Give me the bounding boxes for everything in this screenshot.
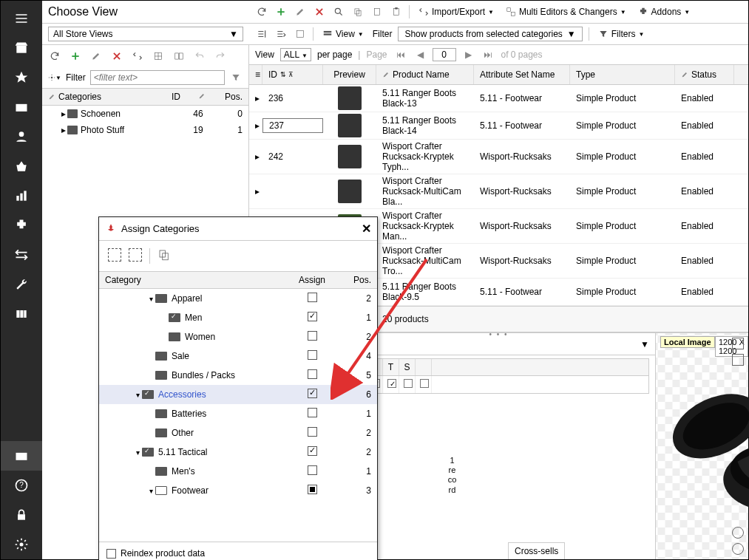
clipboard-icon[interactable] xyxy=(390,5,403,18)
store-icon[interactable] xyxy=(1,33,42,63)
svg-rect-7 xyxy=(20,310,23,318)
dialog-title: Assign Categories xyxy=(121,223,362,234)
assign-category-row[interactable]: Women2 xyxy=(99,327,377,346)
cat-filter-label: Filter xyxy=(66,72,86,83)
page-prev-icon[interactable]: ◀ xyxy=(414,49,427,60)
page-next-icon[interactable]: ▶ xyxy=(462,49,475,60)
view-menu[interactable]: View▼ xyxy=(319,27,367,41)
star-icon[interactable] xyxy=(1,63,42,92)
view-per-page-select[interactable]: ALL ▼ xyxy=(280,48,311,61)
page-number-input[interactable]: 0 xyxy=(433,48,456,61)
grid-header-status[interactable]: Status xyxy=(675,65,734,84)
product-row[interactable]: ▸242Wisport Crafter Rucksack-Kryptek Typ… xyxy=(249,140,748,174)
product-row[interactable]: ▸Wisport Crafter Rucksack-MultiCam Bla..… xyxy=(249,174,748,209)
select-all-icon[interactable] xyxy=(108,248,121,262)
multi-editors-menu[interactable]: Multi Editors & Changers▼ xyxy=(503,5,629,18)
help-icon[interactable]: ? xyxy=(1,471,42,500)
zoom-in-icon[interactable] xyxy=(732,527,744,539)
assign-category-row[interactable]: ▾Accessories6 xyxy=(99,385,377,404)
dialog-close-icon[interactable]: ✕ xyxy=(362,222,371,236)
columns-icon[interactable] xyxy=(1,299,42,329)
category-row[interactable]: ▸Photo Stuff191 xyxy=(42,122,248,138)
img-menu-caret-icon[interactable]: ▼ xyxy=(640,339,649,349)
addons-menu[interactable]: Addons▼ xyxy=(635,5,694,18)
grid-header-attr[interactable]: Attribute Set Name xyxy=(474,65,570,84)
delete-cat-icon[interactable] xyxy=(110,49,123,63)
paste-icon[interactable] xyxy=(370,5,384,18)
archive-icon[interactable] xyxy=(1,441,42,471)
assign-category-row[interactable]: Sale4 xyxy=(99,346,377,366)
wrench-icon[interactable] xyxy=(1,270,42,299)
edit-cat-icon[interactable] xyxy=(89,49,103,63)
grid-header-id[interactable]: ID ⇅ ⊼ xyxy=(262,65,323,84)
filter-select[interactable]: Show products from selected categories▼ xyxy=(398,27,582,41)
assign-category-row[interactable]: Men1 xyxy=(99,308,377,327)
page-title: Choose View xyxy=(48,5,243,18)
crosssells-tab[interactable]: Cross-sells xyxy=(508,542,565,559)
page-first-icon[interactable]: ⏮ xyxy=(393,49,408,60)
product-row[interactable]: ▸2365.11 Ranger Boots Black-135.11 - Foo… xyxy=(249,85,748,112)
basket-icon[interactable] xyxy=(1,151,42,181)
grid-header-preview[interactable]: Preview xyxy=(323,65,376,84)
local-image-label: Local Image xyxy=(660,336,715,348)
storeview-select[interactable]: All Store Views▼ xyxy=(48,27,243,41)
cards-icon[interactable] xyxy=(172,49,186,63)
assign-category-row[interactable]: ▾Apparel2 xyxy=(99,289,377,308)
fullscreen-icon[interactable] xyxy=(732,338,744,349)
category-row[interactable]: ▸Schoenen460 xyxy=(42,106,248,122)
menu-icon[interactable] xyxy=(1,4,42,33)
zoom-out-icon[interactable] xyxy=(732,543,744,555)
lock-icon[interactable] xyxy=(1,500,42,530)
grid-header-name[interactable]: Product Name xyxy=(376,65,474,84)
add-icon[interactable] xyxy=(274,5,288,18)
flag-extra-checkbox[interactable] xyxy=(420,379,429,388)
copy-icon[interactable] xyxy=(351,5,365,18)
filters-menu[interactable]: Filters▼ xyxy=(595,27,648,41)
swap-cat-icon[interactable] xyxy=(131,49,144,63)
assign-category-row[interactable]: Men's1 xyxy=(99,462,377,481)
refresh-icon[interactable] xyxy=(255,5,268,18)
gear-icon[interactable] xyxy=(1,530,42,559)
svg-rect-3 xyxy=(16,196,18,201)
reindex-label: Reindex product data xyxy=(121,548,205,559)
reindex-checkbox[interactable] xyxy=(106,549,116,559)
redo-icon[interactable] xyxy=(214,49,227,63)
user-icon[interactable] xyxy=(1,122,42,151)
svg-rect-17 xyxy=(375,8,380,15)
grid-select-all[interactable]: ≡ xyxy=(249,65,262,84)
assign-category-row[interactable]: ▾5.11 Tactical2 xyxy=(99,443,377,462)
grid-header-type[interactable]: Type xyxy=(570,65,675,84)
filter-funnel-icon[interactable] xyxy=(229,71,243,84)
refresh-tree-icon[interactable] xyxy=(48,49,61,63)
search-icon[interactable] xyxy=(332,5,345,18)
left-nav-rail: ? xyxy=(1,1,42,559)
add-cat-icon[interactable] xyxy=(69,49,82,63)
tree-expand-icon[interactable] xyxy=(274,27,288,41)
assign-category-row[interactable]: Bundles / Packs5 xyxy=(99,366,377,385)
chart-icon[interactable] xyxy=(1,181,42,211)
delete-icon[interactable] xyxy=(313,5,326,18)
tree-collapse-icon[interactable] xyxy=(255,27,268,41)
plugin-icon[interactable] xyxy=(1,211,42,240)
undo-icon[interactable] xyxy=(193,49,206,63)
copy-tree-icon[interactable] xyxy=(157,248,171,264)
import-export-menu[interactable]: Import/Export▼ xyxy=(416,5,497,18)
flag-t-checkbox[interactable] xyxy=(387,379,396,388)
edit-icon[interactable] xyxy=(294,5,307,18)
grid-icon[interactable] xyxy=(152,49,165,63)
page-last-icon[interactable]: ⏭ xyxy=(481,49,495,60)
select-none-icon[interactable] xyxy=(129,248,142,262)
product-row[interactable]: ▸2375.11 Ranger Boots Black-145.11 - Foo… xyxy=(249,112,748,140)
assign-category-row[interactable]: ▾Footwear3 xyxy=(99,481,377,500)
inbox-icon[interactable] xyxy=(1,92,42,122)
tree-toggle-icon[interactable] xyxy=(294,27,307,41)
assign-category-row[interactable]: Batteries1 xyxy=(99,404,377,423)
assign-category-row[interactable]: Other2 xyxy=(99,423,377,443)
transfer-icon[interactable] xyxy=(1,240,42,270)
cat-filter-input[interactable] xyxy=(90,70,225,85)
flag-s2-checkbox[interactable] xyxy=(404,379,413,388)
svg-text:?: ? xyxy=(19,481,24,489)
svg-rect-5 xyxy=(24,191,26,200)
settings-gear-icon[interactable]: ▼ xyxy=(48,71,61,84)
svg-rect-0 xyxy=(16,46,26,53)
